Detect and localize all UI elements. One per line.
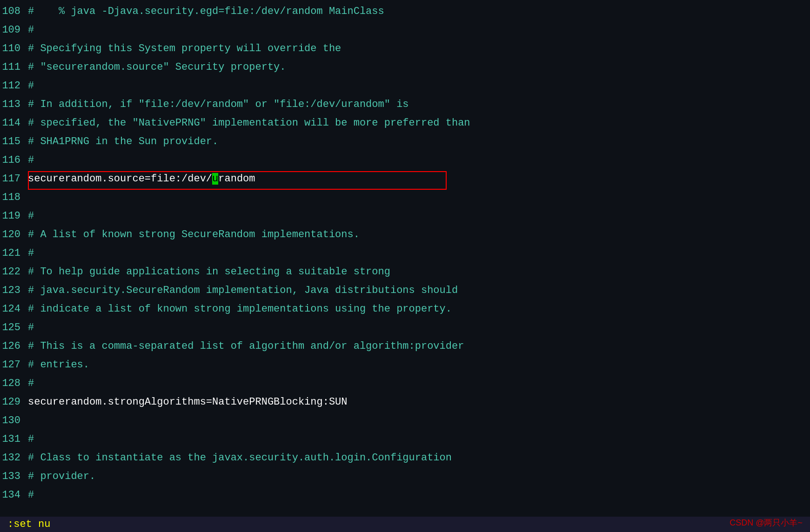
code-line-133: 133 # provider.: [0, 469, 810, 487]
line-content-123: # java.security.SecureRandom implementat…: [28, 283, 810, 298]
line-number-115: 115: [0, 134, 28, 149]
line-content-128: #: [28, 376, 810, 391]
line-content-110: # Specifying this System property will o…: [28, 41, 810, 56]
line-number-122: 122: [0, 264, 28, 279]
code-line-113: 113 # In addition, if "file:/dev/random"…: [0, 97, 810, 115]
line-number-124: 124: [0, 301, 28, 317]
code-line-128: 128 #: [0, 376, 810, 394]
line-number-112: 112: [0, 78, 28, 93]
line-content-114: # specified, the "NativePRNG" implementa…: [28, 115, 810, 131]
line-content-132: # Class to instantiate as the javax.secu…: [28, 450, 810, 466]
line-number-126: 126: [0, 339, 28, 354]
line-number-128: 128: [0, 376, 28, 391]
line-number-123: 123: [0, 283, 28, 298]
line-number-129: 129: [0, 394, 28, 410]
line-content-124: # indicate a list of known strong implem…: [28, 301, 810, 317]
code-area: 108 # % java -Djava.security.egd=file:/d…: [0, 0, 810, 510]
line-content-127: # entries.: [28, 357, 810, 372]
line-content-125: #: [28, 320, 810, 335]
code-line-125: 125 #: [0, 320, 810, 339]
editor: 108 # % java -Djava.security.egd=file:/d…: [0, 0, 810, 532]
code-line-108: 108 # % java -Djava.security.egd=file:/d…: [0, 4, 810, 22]
line-content-115: # SHA1PRNG in the Sun provider.: [28, 134, 810, 149]
line-content-121: #: [28, 246, 810, 261]
line-content-120: # A list of known strong SecureRandom im…: [28, 227, 810, 242]
line-content-116: #: [28, 153, 810, 168]
code-line-131: 131 #: [0, 432, 810, 450]
code-line-121: 121 #: [0, 246, 810, 264]
code-line-120: 120 # A list of known strong SecureRando…: [0, 227, 810, 246]
line-content-131: #: [28, 432, 810, 447]
line-number-130: 130: [0, 413, 28, 428]
code-line-119: 119 #: [0, 208, 810, 227]
bottom-command-bar: :set nu: [0, 517, 810, 532]
code-line-123: 123 # java.security.SecureRandom impleme…: [0, 283, 810, 301]
line-content-126: # This is a comma-separated list of algo…: [28, 339, 810, 354]
code-line-110: 110 # Specifying this System property wi…: [0, 41, 810, 60]
code-line-112: 112 #: [0, 78, 810, 97]
line-number-119: 119: [0, 208, 28, 224]
code-line-134: 134 #: [0, 487, 810, 506]
line-content-122: # To help guide applications in selectin…: [28, 264, 810, 279]
line-number-108: 108: [0, 4, 28, 19]
line-number-132: 132: [0, 450, 28, 466]
watermark: CSDN @两只小羊~: [730, 517, 803, 528]
line-number-133: 133: [0, 469, 28, 484]
line-number-131: 131: [0, 432, 28, 447]
line-number-118: 118: [0, 190, 28, 205]
line-number-110: 110: [0, 41, 28, 56]
line-number-120: 120: [0, 227, 28, 242]
line-content-111: # "securerandom.source" Security propert…: [28, 60, 810, 75]
line-number-109: 109: [0, 22, 28, 38]
line-content-109: #: [28, 22, 810, 38]
code-line-130: 130: [0, 413, 810, 432]
line-content-134: #: [28, 487, 810, 503]
line-content-129: securerandom.strongAlgorithms=NativePRNG…: [28, 394, 810, 410]
code-line-124: 124 # indicate a list of known strong im…: [0, 301, 810, 320]
line-number-113: 113: [0, 97, 28, 112]
line-content-108: # % java -Djava.security.egd=file:/dev/r…: [28, 4, 810, 19]
code-line-117: 117 securerandom.source=file:/dev/urando…: [0, 171, 810, 190]
code-line-115: 115 # SHA1PRNG in the Sun provider.: [0, 134, 810, 153]
line-content-112: #: [28, 78, 810, 93]
code-line-132: 132 # Class to instantiate as the javax.…: [0, 450, 810, 469]
code-line-129: 129 securerandom.strongAlgorithms=Native…: [0, 394, 810, 413]
line-content-117: securerandom.source=file:/dev/urandom: [28, 171, 810, 186]
cursor: u: [212, 173, 218, 185]
line-number-125: 125: [0, 320, 28, 335]
code-line-114: 114 # specified, the "NativePRNG" implem…: [0, 115, 810, 134]
line-number-114: 114: [0, 115, 28, 131]
line-number-117: 117: [0, 171, 28, 186]
code-line-109: 109 #: [0, 22, 810, 41]
line-content-113: # In addition, if "file:/dev/random" or …: [28, 97, 810, 112]
code-line-118: 118: [0, 190, 810, 208]
code-line-111: 111 # "securerandom.source" Security pro…: [0, 60, 810, 78]
line-number-134: 134: [0, 487, 28, 503]
code-line-122: 122 # To help guide applications in sele…: [0, 264, 810, 283]
code-line-126: 126 # This is a comma-separated list of …: [0, 339, 810, 357]
command-text: :set nu: [7, 519, 50, 530]
line-number-121: 121: [0, 246, 28, 261]
line-number-116: 116: [0, 153, 28, 168]
code-line-116: 116 #: [0, 153, 810, 171]
line-number-111: 111: [0, 60, 28, 75]
code-line-127: 127 # entries.: [0, 357, 810, 376]
line-content-133: # provider.: [28, 469, 810, 484]
line-content-119: #: [28, 208, 810, 224]
line-number-127: 127: [0, 357, 28, 372]
